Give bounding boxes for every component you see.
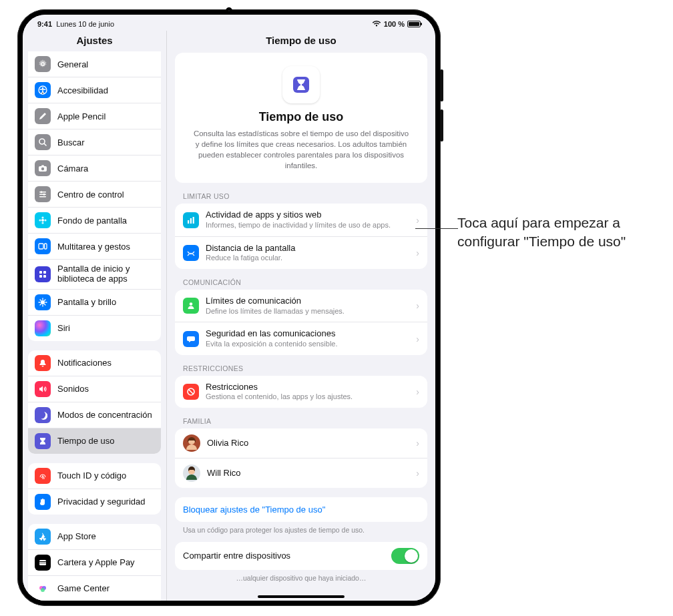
sidebar-item-label: Centro de control (57, 190, 124, 200)
lock-footer: Usa un código para proteger los ajustes … (183, 526, 419, 535)
front-camera (226, 7, 232, 14)
avatar (183, 434, 200, 452)
ipad-frame: 9:41 Lunes 10 de junio 100 % Ajustes Gen (17, 9, 441, 606)
sidebar-item-label: Pantalla de inicio y biblioteca de apps (57, 264, 154, 284)
sidebar-item-moon[interactable]: Modos de concentración (28, 402, 161, 428)
distance-icon (183, 245, 199, 261)
section-header-family: FAMILIA (183, 417, 419, 425)
bell-icon (35, 355, 51, 371)
sidebar-item-multitask[interactable]: Multitarea y gestos (28, 233, 161, 259)
home-indicator[interactable] (258, 595, 345, 598)
share-across-devices-row[interactable]: Compartir entre dispositivos (175, 542, 427, 570)
chevron-right-icon: › (416, 215, 419, 226)
row-title: Will Rico (207, 468, 409, 479)
sidebar-item-label: App Store (57, 531, 96, 541)
status-bar: 9:41 Lunes 10 de junio 100 % (23, 15, 435, 31)
status-date: Lunes 10 de junio (56, 20, 114, 28)
pencil-icon (35, 108, 51, 124)
sidebar-item-label: Tiempo de uso (57, 436, 115, 446)
sidebar-item-wallet[interactable]: Cartera y Apple Pay (28, 549, 161, 575)
section-header-comm: COMUNICACIÓN (183, 278, 419, 286)
detail-title: Tiempo de uso (167, 31, 435, 53)
sidebar-item-fingerprint[interactable]: Touch ID y código (28, 463, 161, 489)
grid-icon (35, 266, 51, 282)
section-limit: Actividad de apps y sitios webInformes, … (175, 204, 427, 269)
settings-row[interactable]: Límites de comunicaciónDefine los límite… (175, 290, 427, 322)
sidebar-item-label: Accesibilidad (57, 85, 108, 95)
sidebar-item-gear[interactable]: General (28, 51, 161, 77)
sidebar-item-search[interactable]: Buscar (28, 129, 161, 155)
accessibility-icon (35, 82, 51, 98)
row-title: Restricciones (206, 382, 409, 392)
row-title: Actividad de apps y sitios web (206, 210, 409, 220)
sidebar-item-pencil[interactable]: Apple Pencil (28, 103, 161, 129)
lock-screentime-button[interactable]: Bloquear ajustes de "Tiempo de uso" (175, 497, 427, 522)
chart-icon (183, 212, 199, 228)
settings-row[interactable]: Seguridad en las comunicacionesEvita la … (175, 322, 427, 354)
row-title: Olivia Rico (207, 438, 409, 448)
settings-row[interactable]: RestriccionesGestiona el contenido, las … (175, 376, 427, 408)
callout-text: Toca aquí para empezar a configurar "Tie… (457, 214, 658, 252)
sidebar-item-accessibility[interactable]: Accesibilidad (28, 77, 161, 103)
settings-row[interactable]: Distancia de la pantallaReduce la fatiga… (175, 236, 427, 269)
appstore-icon (35, 529, 51, 545)
wallet-icon (35, 555, 51, 571)
flower-icon (35, 212, 51, 228)
chevron-right-icon: › (416, 248, 419, 258)
sidebar-item-gamecenter[interactable]: Game Center (28, 575, 161, 601)
sidebar-item-label: Cartera y Apple Pay (57, 557, 135, 567)
settings-row[interactable]: Actividad de apps y sitios webInformes, … (175, 204, 427, 236)
hourglass-icon (282, 66, 320, 103)
sidebar-item-siri[interactable]: Siri (28, 315, 161, 341)
sidebar-item-label: Multitarea y gestos (57, 242, 130, 252)
sidebar-item-hand[interactable]: Privacidad y seguridad (28, 489, 161, 515)
callout-leader-line (415, 228, 458, 229)
sidebar-item-label: Fondo de pantalla (57, 216, 127, 226)
sidebar-item-appstore[interactable]: App Store (28, 524, 161, 549)
settings-sidebar: Ajustes GeneralAccesibilidadApple Pencil… (23, 31, 167, 601)
fingerprint-icon (35, 468, 51, 484)
sliders-icon (35, 186, 51, 202)
detail-pane: Tiempo de uso Tiempo de uso Consulta las… (167, 31, 435, 601)
row-title: Límites de comunicación (206, 296, 409, 306)
speaker-icon (35, 381, 51, 397)
avatar (183, 465, 200, 482)
row-title: Distancia de la pantalla (206, 243, 409, 254)
share-toggle[interactable] (391, 548, 419, 564)
multitask-icon (35, 238, 51, 254)
sidebar-group-1: GeneralAccesibilidadApple PencilBuscarCá… (28, 51, 161, 341)
family-member-row[interactable]: Will Rico› (175, 458, 427, 488)
row-subtitle: Informes, tiempo de inactividad y límite… (206, 221, 409, 230)
sidebar-item-camera[interactable]: Cámara (28, 155, 161, 181)
sidebar-item-label: Modos de concentración (57, 410, 152, 420)
sidebar-item-label: Apple Pencil (57, 111, 105, 121)
section-header-limit: LIMITAR USO (183, 192, 419, 200)
section-comm: Límites de comunicaciónDefine los límite… (175, 290, 427, 355)
sidebar-item-label: Pantalla y brillo (57, 297, 116, 307)
search-icon (35, 134, 51, 150)
sidebar-item-sun[interactable]: Pantalla y brillo (28, 289, 161, 315)
sidebar-item-label: Game Center (57, 583, 109, 593)
sidebar-item-label: Privacidad y seguridad (57, 497, 146, 507)
hardware-button (440, 69, 443, 101)
battery-percent: 100 % (384, 20, 405, 28)
hand-icon (35, 494, 51, 510)
sidebar-item-bell[interactable]: Notificaciones (28, 350, 161, 376)
section-family: Olivia Rico›Will Rico› (175, 428, 427, 488)
row-subtitle: Evita la exposición a contenido sensible… (206, 340, 409, 349)
row-subtitle: Gestiona el contenido, las apps y los aj… (206, 392, 409, 402)
sidebar-item-label: Buscar (57, 137, 84, 147)
person-icon (183, 298, 199, 314)
hourglass-icon (35, 433, 51, 449)
sidebar-item-grid[interactable]: Pantalla de inicio y biblioteca de apps (28, 259, 161, 289)
sidebar-item-flower[interactable]: Fondo de pantalla (28, 207, 161, 233)
sidebar-item-sliders[interactable]: Centro de control (28, 181, 161, 207)
sidebar-item-hourglass[interactable]: Tiempo de uso (28, 428, 161, 454)
sidebar-group-2: NotificacionesSonidosModos de concentrac… (28, 350, 161, 454)
sidebar-item-speaker[interactable]: Sonidos (28, 376, 161, 402)
family-member-row[interactable]: Olivia Rico› (175, 428, 427, 458)
hero-heading: Tiempo de uso (187, 110, 415, 124)
lock-card: Bloquear ajustes de "Tiempo de uso" (175, 497, 427, 522)
sidebar-item-label: General (57, 59, 88, 69)
share-label: Compartir entre dispositivos (183, 551, 385, 561)
